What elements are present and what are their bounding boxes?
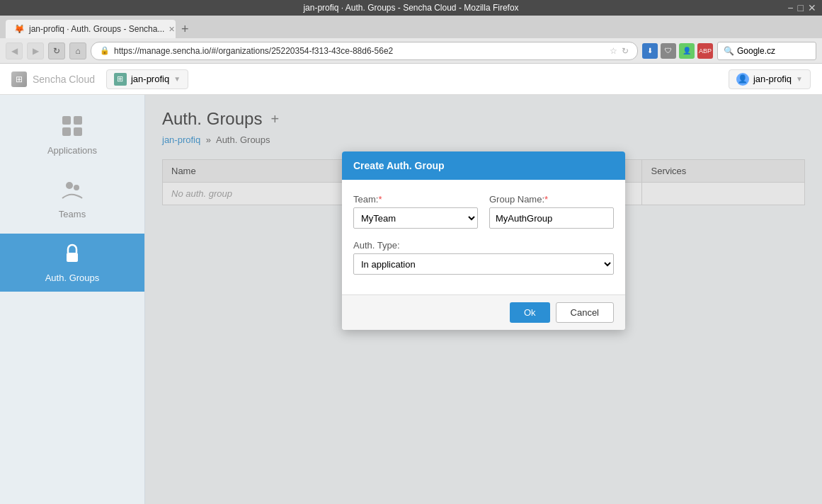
applications-label: Applications [47, 145, 97, 156]
org-dropdown-icon: ▼ [173, 75, 181, 83]
svg-rect-0 [62, 116, 71, 125]
tab-label: jan-profiq · Auth. Groups - Sencha... [29, 24, 164, 34]
sidebar-item-teams[interactable]: Teams [0, 170, 144, 228]
restore-icon[interactable]: □ [798, 2, 804, 13]
browser-tabbar: 🦊 jan-profiq · Auth. Groups - Sencha... … [0, 16, 822, 38]
modal-header: Create Auth. Group [342, 151, 625, 180]
url-text: https://manage.sencha.io/#/organizations… [114, 46, 605, 56]
svg-rect-2 [62, 127, 71, 136]
search-icon: 🔍 [724, 46, 734, 56]
create-auth-group-modal: Create Auth. Group Team:* MyTeam [342, 151, 625, 330]
svg-rect-1 [74, 116, 82, 125]
app-logo: ⊞ Sencha Cloud [11, 71, 95, 87]
ok-button[interactable]: Ok [510, 302, 550, 323]
svg-point-7 [71, 256, 74, 259]
close-icon[interactable]: ✕ [808, 2, 816, 13]
addon-adblock-icon[interactable]: ABP [697, 43, 713, 59]
sidebar-item-applications[interactable]: Applications [0, 106, 144, 164]
svg-point-5 [74, 185, 79, 190]
lock-icon: 🔒 [100, 46, 110, 55]
cancel-button[interactable]: Cancel [556, 302, 614, 323]
reload-icon: ↻ [622, 46, 629, 56]
group-name-required-star: * [544, 194, 548, 205]
team-label: Team:* [353, 194, 478, 205]
addon-area: ⬇ 🛡 👤 ABP [642, 43, 713, 59]
addon-download-icon[interactable]: ⬇ [642, 43, 658, 59]
auth-type-form-group: Auth. Type: In application [353, 240, 614, 275]
org-label: jan-profiq [131, 74, 169, 84]
teams-icon [61, 178, 84, 206]
app-logo-label: Sencha Cloud [33, 74, 95, 85]
new-tab-button[interactable]: + [177, 20, 193, 38]
sidebar: Applications Teams Auth. Groups [0, 95, 145, 504]
addon-shield-icon[interactable]: 🛡 [661, 43, 676, 59]
app-header: ⊞ Sencha Cloud ⊞ jan-profiq ▼ 👤 jan-prof… [0, 64, 822, 95]
svg-rect-3 [74, 127, 82, 136]
team-required-star: * [378, 194, 382, 205]
app-layout: Applications Teams Auth. Groups [0, 95, 822, 504]
modal-overlay: Create Auth. Group Team:* MyTeam [145, 95, 822, 504]
teams-label: Teams [59, 209, 86, 219]
minimize-icon[interactable]: − [787, 2, 793, 13]
org-icon: ⊞ [114, 73, 127, 86]
url-bar[interactable]: 🔒 https://manage.sencha.io/#/organizatio… [91, 42, 638, 60]
browser-toolbar: ◀ ▶ ↻ ⌂ 🔒 https://manage.sencha.io/#/org… [0, 38, 822, 64]
tab-favicon: 🦊 [14, 24, 25, 34]
modal-body: Team:* MyTeam Group Name:* [342, 180, 625, 294]
user-label: jan-profiq [753, 74, 792, 84]
back-button[interactable]: ◀ [6, 42, 23, 59]
addon-user-icon[interactable]: 👤 [679, 43, 695, 59]
org-badge[interactable]: ⊞ jan-profiq ▼ [106, 69, 188, 89]
browser-titlebar: jan-profiq · Auth. Groups - Sencha Cloud… [0, 0, 822, 16]
user-badge[interactable]: 👤 jan-profiq ▼ [729, 69, 811, 89]
svg-point-4 [66, 182, 73, 189]
search-text: Google.cz [737, 46, 775, 56]
group-name-form-group: Group Name:* [489, 194, 614, 229]
main-content: Auth. Groups + jan-profiq » Auth. Groups… [145, 95, 822, 504]
user-avatar: 👤 [736, 73, 749, 86]
search-bar[interactable]: 🔍 Google.cz [717, 42, 816, 60]
modal-title: Create Auth. Group [353, 160, 445, 171]
team-form-group: Team:* MyTeam [353, 194, 478, 229]
auth-groups-icon [61, 242, 84, 270]
auth-type-select[interactable]: In application [353, 253, 614, 275]
refresh-button[interactable]: ↻ [48, 42, 65, 59]
user-dropdown-icon: ▼ [796, 75, 803, 83]
home-button[interactable]: ⌂ [69, 42, 86, 59]
team-select[interactable]: MyTeam [353, 207, 478, 229]
window-controls: − □ ✕ [787, 2, 816, 13]
browser-tab[interactable]: 🦊 jan-profiq · Auth. Groups - Sencha... … [6, 20, 176, 38]
group-name-input[interactable] [489, 207, 614, 229]
auth-groups-label: Auth. Groups [45, 273, 100, 283]
bookmark-icon: ☆ [610, 46, 617, 56]
tab-close-icon[interactable]: ✕ [169, 25, 175, 34]
sidebar-item-auth-groups[interactable]: Auth. Groups [0, 234, 144, 292]
auth-type-label: Auth. Type: [353, 240, 614, 251]
sencha-logo-icon: ⊞ [11, 71, 27, 87]
form-row-1: Team:* MyTeam Group Name:* [353, 194, 614, 229]
group-name-label: Group Name:* [489, 194, 614, 205]
applications-icon [61, 115, 84, 142]
forward-button[interactable]: ▶ [27, 42, 44, 59]
modal-footer: Ok Cancel [342, 294, 625, 330]
browser-title: jan-profiq · Auth. Groups - Sencha Cloud… [303, 3, 518, 13]
